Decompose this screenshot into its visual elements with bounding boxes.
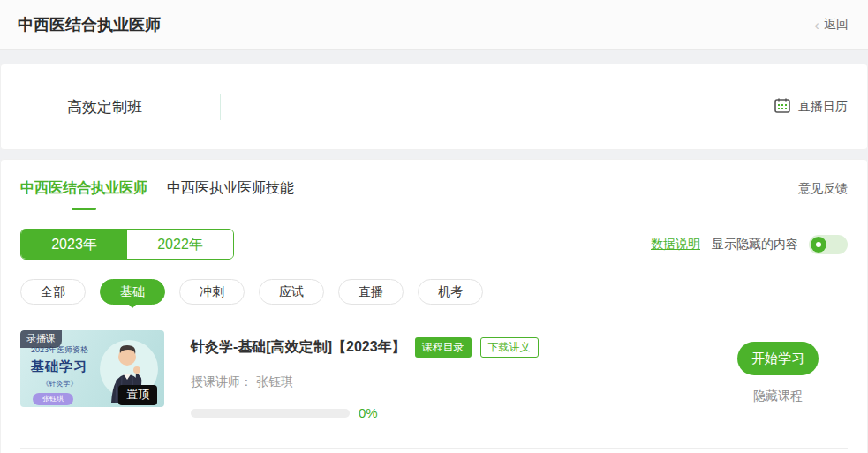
filter-exam-oriented[interactable]: 应试 [259,279,324,305]
live-calendar-link[interactable]: 直播日历 [774,98,848,117]
course-actions: 开始学习 隐藏课程 [737,330,819,420]
progress-percent: 0% [359,405,378,420]
course-item: 录播课 [20,330,848,420]
course-title[interactable]: 针灸学-基础[高效定制]【2023年】 [191,338,406,357]
filter-sprint[interactable]: 冲刺 [179,279,245,305]
start-learning-button[interactable]: 开始学习 [737,342,819,375]
course-thumbnail[interactable]: 录播课 [20,330,164,407]
back-label: 返回 [824,17,849,33]
class-name: 高效定制班 [67,97,142,117]
back-button[interactable]: ‹ 返回 [814,17,849,33]
live-calendar-label: 直播日历 [798,99,848,115]
filter-basic[interactable]: 基础 [100,279,165,305]
download-handout-button[interactable]: 下载讲义 [480,337,539,358]
show-hidden-label: 显示隐藏的内容 [712,237,798,253]
thumbnail-text: 2023年医师资格 基础学习 《针灸学》 张钰琪 [31,344,88,405]
course-title-row: 针灸学-基础[高效定制]【2023年】 课程目录 下载讲义 [191,337,539,358]
teacher-name: 张钰琪 [256,374,293,389]
vertical-divider [220,94,221,120]
filter-all[interactable]: 全部 [20,279,86,305]
pinned-badge: 置顶 [118,385,157,405]
filter-machine-exam[interactable]: 机考 [418,279,483,305]
main-card: 中西医结合执业医师 中西医执业医师技能 意见反馈 2023年 2022年 数据说… [0,159,868,453]
toggle-knob [811,237,826,253]
data-note-link[interactable]: 数据说明 [651,237,700,253]
year-tab-2022[interactable]: 2022年 [127,230,233,259]
thumbnail-line2: 基础学习 [31,359,88,375]
feedback-link[interactable]: 意见反馈 [798,179,848,197]
filter-live[interactable]: 直播 [338,279,404,305]
calendar-icon [774,98,790,117]
year-filter-row: 2023年 2022年 数据说明 显示隐藏的内容 [20,229,848,260]
course-catalog-button[interactable]: 课程目录 [415,337,472,358]
course-info: 针灸学-基础[高效定制]【2023年】 课程目录 下载讲义 授课讲师： 张钰琪 … [191,330,539,420]
progress-bar [191,409,350,418]
bottom-space [20,449,848,453]
show-hidden-toggle[interactable] [809,235,848,254]
tab-zhongxiyi-jineng[interactable]: 中西医执业医师技能 [167,179,294,210]
year-right-controls: 数据说明 显示隐藏的内容 [651,235,848,254]
page: 中西医结合执业医师 ‹ 返回 高效定制班 直播日历 [0,0,868,453]
tab-zhongxiyi-jiehe[interactable]: 中西医结合执业医师 [20,179,147,210]
class-card: 高效定制班 直播日历 [0,64,868,150]
year-tabs: 2023年 2022年 [20,229,234,260]
hide-course-link[interactable]: 隐藏课程 [753,389,803,404]
chevron-left-icon: ‹ [814,18,819,33]
recorded-course-badge: 录播课 [20,330,62,348]
teacher-row: 授课讲师： 张钰琪 [191,374,539,390]
thumbnail-teacher-tag: 张钰琪 [33,393,73,405]
page-header: 中西医结合执业医师 ‹ 返回 [0,0,868,50]
teacher-label: 授课讲师： [191,374,253,389]
exam-tabs: 中西医结合执业医师 中西医执业医师技能 意见反馈 [20,160,848,208]
year-tab-2023[interactable]: 2023年 [21,230,127,259]
page-title: 中西医结合执业医师 [18,14,161,35]
category-filters: 全部 基础 冲刺 应试 直播 机考 [20,279,848,305]
thumbnail-line3: 《针灸学》 [31,379,88,389]
progress-row: 0% [191,405,539,420]
